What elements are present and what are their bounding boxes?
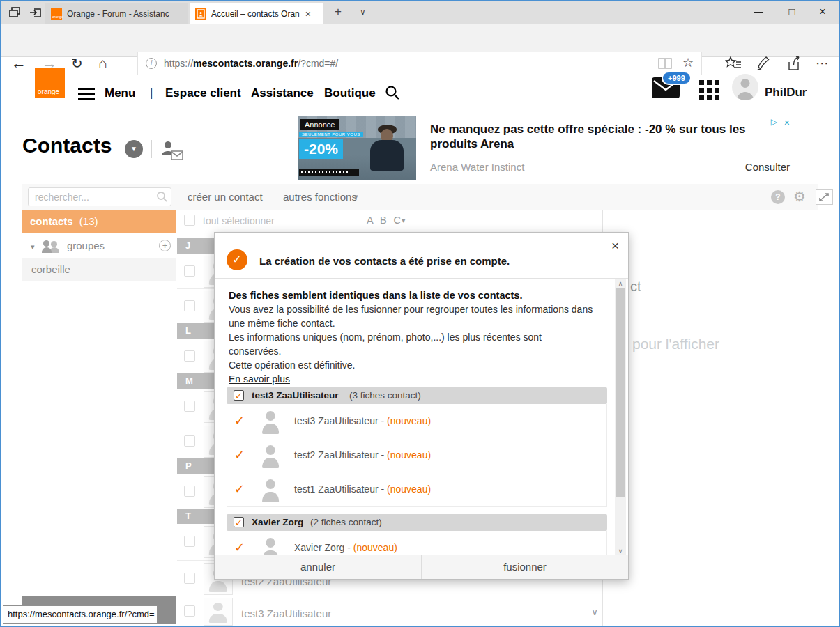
home-icon[interactable]: ⌂ [98, 54, 107, 72]
orange-logo-text: orange [38, 88, 59, 95]
help-button[interactable]: ? [771, 190, 785, 204]
url-field[interactable]: i https://mescontacts.orange.fr/?cmd=#/ … [137, 52, 702, 75]
dialog-body-text: Des fiches semblent identiques dans la l… [229, 288, 597, 386]
row-checkbox[interactable] [184, 300, 195, 311]
fullscreen-icon[interactable] [816, 189, 833, 205]
contacts-toolbar: créer un contact autres fonctions ▾ ? ⚙ [22, 184, 818, 210]
tab-list-dropdown-icon[interactable]: ∨ [360, 7, 366, 17]
reading-view-icon[interactable] [658, 58, 672, 69]
url-scheme: https:// [164, 58, 193, 69]
dialog-close-icon[interactable]: × [611, 238, 619, 254]
duplicate-group-header: ✓ Xavier Zorg (2 fiches contact) [227, 514, 607, 531]
row-check-icon[interactable]: ✓ [234, 540, 245, 555]
scrollbar-thumb[interactable] [616, 288, 625, 497]
sidebar-item-contacts[interactable]: contacts (13) [22, 210, 176, 233]
back-icon[interactable]: ← [11, 54, 26, 72]
set-tabs-aside-icon[interactable] [8, 6, 21, 19]
cancel-button[interactable]: annuler [215, 555, 422, 579]
ad-cta[interactable]: Consulter [745, 161, 790, 173]
row-checkbox[interactable] [184, 435, 195, 447]
hamburger-menu-icon[interactable] [78, 88, 95, 102]
row-check-icon[interactable]: ✓ [234, 481, 245, 497]
browser-titlebar: orange Orange - Forum - Assistanc Accuei… [1, 1, 839, 24]
refresh-icon[interactable]: ↻ [71, 54, 83, 72]
row-checkbox[interactable] [184, 401, 195, 412]
row-check-icon[interactable]: ✓ [234, 413, 245, 428]
letter-label: P [185, 460, 192, 471]
row-checkbox[interactable] [184, 573, 195, 584]
adchoices-icon[interactable]: ▷ [771, 117, 777, 127]
row-checkbox[interactable] [184, 350, 195, 362]
group-checkbox[interactable]: ✓ [234, 390, 244, 401]
nav-espace-client[interactable]: Espace client [165, 86, 241, 100]
duplicate-name: test2 ZaaUtilisateur - [294, 449, 384, 460]
nav-boutique[interactable]: Boutique [324, 86, 376, 100]
restore-tabs-icon[interactable] [29, 6, 42, 19]
ad-close-icon[interactable]: × [784, 117, 790, 128]
nav-menu[interactable]: Menu [105, 86, 135, 100]
orange-logo[interactable]: orange [35, 68, 65, 98]
other-functions-button[interactable]: autres fonctions [283, 191, 357, 203]
row-checkbox[interactable] [184, 486, 195, 497]
settings-gear-icon[interactable]: ⚙ [793, 188, 806, 205]
tab-orange-forum[interactable]: orange Orange - Forum - Assistanc [45, 3, 188, 24]
select-all-label[interactable]: tout sélectionner [203, 215, 275, 226]
groups-caret-icon[interactable]: ▾ [31, 242, 35, 251]
tab-title: Orange - Forum - Assistanc [67, 9, 169, 19]
hub-icon[interactable] [725, 56, 742, 71]
favorite-star-icon[interactable]: ☆ [682, 55, 694, 70]
detail-text-fragment-top: ct [630, 279, 641, 295]
letter-label: J [185, 240, 190, 251]
ad-annonce-label: Annonce [300, 119, 339, 130]
ad-banner[interactable]: SEULEMENT POUR VOUS -20% Annonce Ne manq… [298, 116, 793, 180]
contacts-dropdown-button[interactable]: ▼ [125, 140, 143, 158]
search-input[interactable] [28, 187, 171, 206]
more-options-icon[interactable]: ⋯ [816, 55, 829, 71]
detail-pane [602, 210, 818, 626]
tab-close-icon[interactable]: × [305, 8, 311, 20]
maximize-button[interactable]: □ [777, 1, 807, 22]
nav-assistance[interactable]: Assistance [251, 86, 314, 100]
minimize-button[interactable]: — [743, 1, 774, 22]
merge-button[interactable]: fusionner [422, 555, 628, 579]
scroll-down-icon[interactable]: ∨ [615, 548, 626, 555]
list-scroll-down-icon[interactable]: ∨ [591, 606, 598, 617]
site-info-icon[interactable]: i [146, 58, 157, 69]
row-checkbox[interactable] [184, 265, 195, 277]
sidebar-item-trash[interactable]: corbeille [22, 258, 176, 281]
dialog-scrollbar[interactable]: ∧ ∨ [615, 279, 626, 556]
learn-more-link[interactable]: En savoir plus [229, 373, 290, 385]
share-icon[interactable] [786, 56, 802, 71]
duplicate-row[interactable]: ✓ test3 ZaaUtilisateur - (nouveau) [227, 404, 606, 438]
confirmation-message: La création de vos contacts a été prise … [259, 255, 510, 267]
letter-label: M [185, 376, 193, 386]
other-functions-caret-icon[interactable]: ▾ [354, 192, 358, 201]
tab-contacts[interactable]: Accueil – contacts Oran × [190, 3, 323, 24]
username[interactable]: PhilDur [765, 86, 807, 100]
orange-favicon: orange [51, 8, 62, 20]
new-tab-button[interactable]: + [335, 5, 342, 19]
sort-abc[interactable]: A B C [367, 215, 403, 226]
web-note-pen-icon[interactable] [756, 56, 772, 71]
ad-headline[interactable]: Ne manquez pas cette offre spéciale : -2… [430, 122, 779, 151]
group-checkbox[interactable]: ✓ [234, 517, 244, 527]
header-search-icon[interactable] [385, 85, 400, 100]
user-avatar[interactable] [732, 74, 758, 100]
select-all-checkbox[interactable] [184, 215, 195, 226]
invite-contact-icon[interactable] [160, 140, 184, 161]
row-check-icon[interactable]: ✓ [234, 447, 245, 463]
url-text: https://mescontacts.orange.fr/?cmd=#/ [164, 58, 338, 69]
add-group-icon[interactable]: + [159, 240, 171, 251]
title-divider [151, 140, 152, 158]
scroll-up-icon[interactable]: ∧ [615, 280, 626, 287]
sidebar-contacts-label: contacts [30, 215, 73, 227]
create-contact-button[interactable]: créer un contact [188, 191, 263, 203]
row-checkbox[interactable] [184, 536, 195, 547]
sidebar-item-groups[interactable]: ▾ groupes + [22, 234, 176, 258]
row-checkbox[interactable] [184, 605, 195, 617]
close-button[interactable]: × [807, 1, 838, 22]
duplicate-row[interactable]: ✓ test1 ZaaUtilisateur - (nouveau) [227, 472, 606, 506]
duplicate-row[interactable]: ✓ test2 ZaaUtilisateur - (nouveau) [227, 438, 606, 472]
apps-grid-icon[interactable] [699, 80, 719, 100]
sort-caret-icon[interactable]: ▾ [402, 216, 406, 225]
